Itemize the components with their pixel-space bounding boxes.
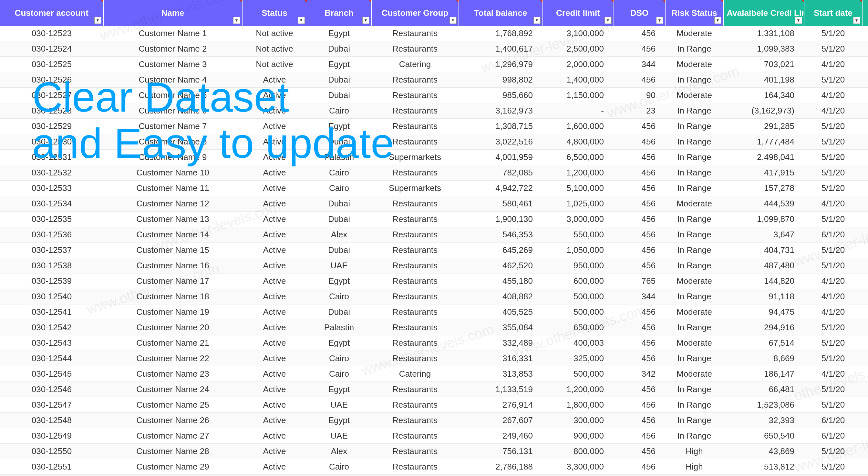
cell-status: Active — [242, 320, 307, 335]
filter-dropdown-icon[interactable]: ▼ — [450, 17, 457, 24]
header-risk: Risk Status▼ — [665, 0, 723, 26]
cell-end: 4/7/23 — [862, 88, 868, 103]
cell-start: 4/1/20 — [804, 196, 862, 211]
cell-dso: 456 — [614, 320, 665, 335]
table-row: 030-12548Customer Name 26ActiveEgyptRest… — [0, 413, 868, 428]
cell-start: 5/1/20 — [804, 165, 862, 180]
filter-dropdown-icon[interactable]: ▼ — [656, 17, 663, 24]
cell-credit: 900,000 — [542, 428, 614, 444]
cell-dso: 344 — [614, 57, 665, 72]
header-name: Name▼ — [103, 0, 242, 26]
cell-start: 4/1/20 — [804, 273, 862, 289]
cell-balance: 267,607 — [459, 413, 542, 428]
cell-balance: 249,460 — [459, 428, 542, 444]
cell-branch: Egypt — [307, 119, 371, 134]
filter-dropdown-icon[interactable]: ▼ — [714, 17, 721, 24]
cell-name: Customer Name 4 — [103, 72, 242, 88]
filter-dropdown-icon[interactable]: ▼ — [233, 17, 240, 24]
cell-dso: 456 — [614, 444, 665, 459]
cell-status: Active — [242, 413, 307, 428]
cell-risk: In Range — [665, 72, 723, 88]
cell-risk: Moderate — [665, 366, 723, 382]
cell-dso: 456 — [614, 26, 665, 41]
cell-start: 5/1/20 — [804, 397, 862, 413]
cell-group: Restaurants — [371, 335, 459, 351]
cell-dso: 456 — [614, 211, 665, 227]
cell-branch: Egypt — [307, 57, 371, 72]
cell-account: 030-12525 — [0, 57, 103, 72]
cell-risk: In Range — [665, 289, 723, 304]
header-label: Credit limit — [556, 8, 600, 18]
cell-end: 4/7/23 — [862, 134, 868, 150]
cell-dso: 344 — [614, 289, 665, 304]
cell-risk: In Range — [665, 180, 723, 196]
cell-account: 030-12527 — [0, 88, 103, 103]
cell-avail: 401,198 — [723, 72, 804, 88]
filter-dropdown-icon[interactable]: ▼ — [795, 17, 802, 24]
table-row: 030-12551Customer Name 29ActiveCairoRest… — [0, 459, 868, 475]
cell-branch: Alex — [307, 227, 371, 242]
cell-status: Active — [242, 72, 307, 88]
cell-name: Customer Name 14 — [103, 227, 242, 242]
cell-account: 030-12535 — [0, 211, 103, 227]
cell-dso: 456 — [614, 335, 665, 351]
cell-credit: 2,500,000 — [542, 41, 614, 57]
cell-credit: 500,000 — [542, 304, 614, 320]
cell-account: 030-12524 — [0, 41, 103, 57]
table-row: 030-12538Customer Name 16ActiveUAERestau… — [0, 258, 868, 273]
cell-risk: Moderate — [665, 196, 723, 211]
cell-account: 030-12537 — [0, 242, 103, 258]
cell-avail: 487,480 — [723, 258, 804, 273]
cell-branch: Egypt — [307, 382, 371, 397]
filter-dropdown-icon[interactable]: ▼ — [362, 17, 369, 24]
cell-name: Customer Name 29 — [103, 459, 242, 475]
cell-start: 5/1/20 — [804, 459, 862, 475]
filter-dropdown-icon[interactable]: ▼ — [94, 17, 101, 24]
cell-balance: 1,768,892 — [459, 26, 542, 41]
cell-end: 4/7/23 — [862, 41, 868, 57]
cell-balance: 998,802 — [459, 72, 542, 88]
cell-start: 5/1/20 — [804, 150, 862, 165]
cell-balance: 313,853 — [459, 366, 542, 382]
header-label: Status — [261, 8, 287, 18]
cell-name: Customer Name 16 — [103, 258, 242, 273]
filter-dropdown-icon[interactable]: ▼ — [533, 17, 540, 24]
cell-name: Customer Name 26 — [103, 413, 242, 428]
cell-start: 6/1/20 — [804, 428, 862, 444]
cell-avail: 513,812 — [723, 459, 804, 475]
header-label: Customer Group — [382, 8, 448, 18]
cell-risk: In Range — [665, 413, 723, 428]
cell-dso: 23 — [614, 103, 665, 119]
cell-dso: 456 — [614, 413, 665, 428]
cell-start: 5/1/20 — [804, 382, 862, 397]
cell-risk: Moderate — [665, 57, 723, 72]
cell-account: 030-12543 — [0, 335, 103, 351]
table-row: 030-12537Customer Name 15ActiveDubaiRest… — [0, 242, 868, 258]
table-row: 030-12524Customer Name 2Not activeDubaiR… — [0, 41, 868, 57]
cell-balance: 645,269 — [459, 242, 542, 258]
filter-dropdown-icon[interactable]: ▼ — [853, 17, 860, 24]
header-label: DSO — [630, 8, 648, 18]
filter-dropdown-icon[interactable]: ▼ — [604, 17, 612, 24]
filter-dropdown-icon[interactable]: ▼ — [298, 17, 305, 24]
cell-name: Customer Name 18 — [103, 289, 242, 304]
table-row: 030-12531Customer Name 9ActivePalastinSu… — [0, 150, 868, 165]
cell-risk: In Range — [665, 242, 723, 258]
cell-end: 4/7/23 — [862, 119, 868, 134]
cell-balance: 408,882 — [459, 289, 542, 304]
cell-name: Customer Name 21 — [103, 335, 242, 351]
header-balance: Total balance▼ — [459, 0, 542, 26]
cell-dso: 342 — [614, 366, 665, 382]
table-row: 030-12530Customer Name 8ActiveDubaiResta… — [0, 134, 868, 150]
cell-dso: 456 — [614, 397, 665, 413]
cell-avail: 66,481 — [723, 382, 804, 397]
cell-branch: UAE — [307, 428, 371, 444]
cell-group: Restaurants — [371, 351, 459, 366]
cell-status: Active — [242, 180, 307, 196]
cell-avail: 94,475 — [723, 304, 804, 320]
cell-start: 6/1/20 — [804, 475, 862, 476]
cell-credit: 2,000,000 — [542, 57, 614, 72]
header-start: Start date▼ — [804, 0, 862, 26]
cell-balance: 224,523 — [459, 475, 542, 476]
table-row: 030-12539Customer Name 17ActiveEgyptRest… — [0, 273, 868, 289]
